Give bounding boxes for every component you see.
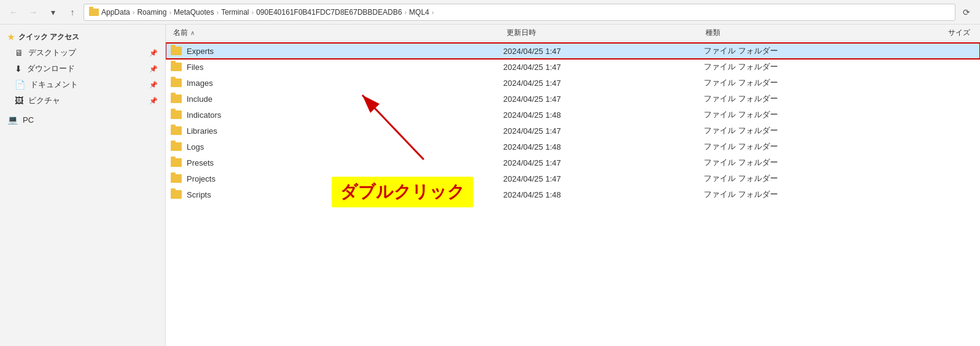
file-name-libraries: Libraries <box>171 126 501 136</box>
file-date-presets: 2024/04/25 1:47 <box>504 158 702 167</box>
sidebar-item-downloads[interactable]: ⬇ ダウンロード 📌 <box>0 61 165 77</box>
sidebar-item-pictures[interactable]: 🖼 ピクチャ 📌 <box>0 93 165 109</box>
breadcrumb[interactable]: AppData › Roaming › MetaQuotes › Termina… <box>84 4 955 21</box>
pin-icon-desktop: 📌 <box>149 49 158 57</box>
content-area: 名前 ∧ 更新日時 種類 サイズ Expe <box>166 25 980 346</box>
up-button[interactable]: ↑ <box>64 4 81 21</box>
table-row[interactable]: Include 2024/04/25 1:47 ファイル フォルダー <box>166 91 980 107</box>
sidebar: ★ クイック アクセス 🖥 デスクトップ 📌 ⬇ ダウンロード 📌 📄 ドキュメ… <box>0 25 166 346</box>
sidebar-item-documents[interactable]: 📄 ドキュメント 📌 <box>0 77 165 93</box>
sort-arrow-icon: ∧ <box>190 29 195 36</box>
file-type-presets: ファイル フォルダー <box>704 157 869 168</box>
dropdown-button[interactable]: ▾ <box>44 4 61 21</box>
file-name-presets: Presets <box>171 158 501 167</box>
breadcrumb-terminal[interactable]: Terminal <box>221 8 249 17</box>
sidebar-item-desktop-label: デスクトップ <box>28 47 76 58</box>
folder-icon-include <box>171 94 182 103</box>
file-name-include: Include <box>171 94 501 104</box>
file-date-images: 2024/04/25 1:47 <box>504 79 702 88</box>
col-name-header[interactable]: 名前 ∧ <box>171 28 507 38</box>
file-date-files: 2024/04/25 1:47 <box>504 63 702 72</box>
file-date-experts: 2024/04/25 1:47 <box>504 47 702 56</box>
folder-icon-projects <box>171 174 182 183</box>
breadcrumb-metaquotes[interactable]: MetaQuotes <box>174 8 214 17</box>
file-name-files: Files <box>171 63 501 72</box>
table-row[interactable]: Images 2024/04/25 1:47 ファイル フォルダー <box>166 75 980 91</box>
folder-icon-logs <box>171 142 182 151</box>
table-row[interactable]: Indicators 2024/04/25 1:48 ファイル フォルダー <box>166 107 980 123</box>
sidebar-pc-label: PC <box>23 115 34 125</box>
pin-icon-pictures: 📌 <box>149 97 158 105</box>
star-icon: ★ <box>7 33 15 42</box>
file-date-scripts: 2024/04/25 1:48 <box>504 190 702 199</box>
folder-icon <box>89 9 99 16</box>
folder-icon-scripts <box>171 190 182 199</box>
table-row[interactable]: Experts 2024/04/25 1:47 ファイル フォルダー <box>166 43 980 59</box>
breadcrumb-appdata[interactable]: AppData <box>101 8 130 17</box>
nav-bar: ← → ▾ ↑ AppData › Roaming › MetaQuotes ›… <box>0 0 980 25</box>
folder-icon-libraries <box>171 126 182 135</box>
table-row[interactable]: Presets 2024/04/25 1:47 ファイル フォルダー <box>166 155 980 171</box>
folder-icon-presets <box>171 158 182 167</box>
folder-icon-indicators <box>171 110 182 119</box>
back-button[interactable]: ← <box>5 4 22 21</box>
quick-access-header: ★ クイック アクセス <box>0 29 165 45</box>
folder-icon-images <box>171 79 182 87</box>
breadcrumb-hash[interactable]: 090E40161F0B41FDC7D8E67DBBDEADB6 <box>256 8 402 17</box>
file-type-logs: ファイル フォルダー <box>704 141 869 152</box>
forward-button[interactable]: → <box>25 4 42 21</box>
table-row[interactable]: Scripts 2024/04/25 1:48 ファイル フォルダー <box>166 186 980 202</box>
main-layout: ★ クイック アクセス 🖥 デスクトップ 📌 ⬇ ダウンロード 📌 📄 ドキュメ… <box>0 25 980 346</box>
file-list: Experts 2024/04/25 1:47 ファイル フォルダー Files… <box>166 42 980 346</box>
desktop-icon: 🖥 <box>15 48 23 58</box>
file-type-experts: ファイル フォルダー <box>704 45 869 56</box>
table-row[interactable]: Projects 2024/04/25 1:47 ファイル フォルダー <box>166 171 980 186</box>
table-row[interactable]: Logs 2024/04/25 1:48 ファイル フォルダー <box>166 139 980 155</box>
pc-icon: 💻 <box>7 115 18 125</box>
column-headers: 名前 ∧ 更新日時 種類 サイズ <box>166 25 980 42</box>
file-type-indicators: ファイル フォルダー <box>704 109 869 120</box>
sidebar-item-pictures-label: ピクチャ <box>28 95 60 106</box>
file-type-libraries: ファイル フォルダー <box>704 125 869 136</box>
col-type-header[interactable]: 種類 <box>706 28 871 38</box>
pin-icon-documents: 📌 <box>149 81 158 89</box>
sidebar-item-desktop[interactable]: 🖥 デスクトップ 📌 <box>0 45 165 61</box>
file-date-libraries: 2024/04/25 1:47 <box>504 126 702 136</box>
download-icon: ⬇ <box>15 64 22 74</box>
table-row[interactable]: Libraries 2024/04/25 1:47 ファイル フォルダー <box>166 123 980 139</box>
col-size-header[interactable]: サイズ <box>871 28 975 38</box>
sidebar-item-pc[interactable]: 💻 PC <box>0 111 165 128</box>
sidebar-item-documents-label: ドキュメント <box>30 79 78 90</box>
file-name-projects: Projects <box>171 174 501 183</box>
breadcrumb-roaming[interactable]: Roaming <box>137 8 166 17</box>
file-date-indicators: 2024/04/25 1:48 <box>504 110 702 120</box>
quick-access-section: ★ クイック アクセス 🖥 デスクトップ 📌 ⬇ ダウンロード 📌 📄 ドキュメ… <box>0 29 165 109</box>
file-type-include: ファイル フォルダー <box>704 93 869 104</box>
file-name-scripts: Scripts <box>171 190 501 199</box>
file-date-logs: 2024/04/25 1:48 <box>504 142 702 152</box>
file-type-scripts: ファイル フォルダー <box>704 189 869 200</box>
file-date-projects: 2024/04/25 1:47 <box>504 174 702 183</box>
folder-icon-experts <box>171 47 182 55</box>
file-type-projects: ファイル フォルダー <box>704 173 869 184</box>
file-type-files: ファイル フォルダー <box>704 61 869 72</box>
folder-icon-files <box>171 63 182 71</box>
file-type-images: ファイル フォルダー <box>704 77 869 88</box>
pictures-icon: 🖼 <box>15 96 23 106</box>
file-date-include: 2024/04/25 1:47 <box>504 94 702 104</box>
documents-icon: 📄 <box>15 80 25 90</box>
pin-icon-downloads: 📌 <box>149 65 158 73</box>
refresh-button[interactable]: ⟳ <box>958 4 975 21</box>
file-name-logs: Logs <box>171 142 501 152</box>
file-name-indicators: Indicators <box>171 110 501 120</box>
file-name-experts: Experts <box>171 47 501 56</box>
col-date-header[interactable]: 更新日時 <box>507 28 706 38</box>
sidebar-item-downloads-label: ダウンロード <box>27 63 75 74</box>
breadcrumb-mql4[interactable]: MQL4 <box>409 8 429 17</box>
quick-access-label: クイック アクセス <box>18 32 79 42</box>
table-row[interactable]: Files 2024/04/25 1:47 ファイル フォルダー <box>166 59 980 75</box>
file-name-images: Images <box>171 79 501 88</box>
